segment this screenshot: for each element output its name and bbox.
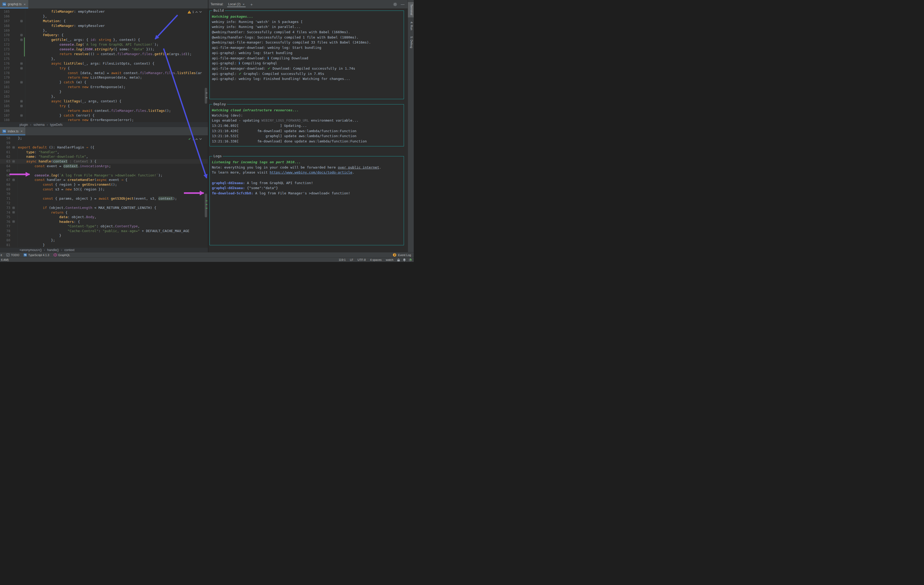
status-item-4-spaces[interactable]: 4 spaces: [370, 258, 381, 261]
line-number[interactable]: 169: [4, 28, 10, 33]
code-line[interactable]: 183 },: [0, 94, 208, 99]
line-number[interactable]: 68: [7, 182, 10, 187]
code-line[interactable]: 63 async handle(context : Context ) {: [0, 159, 208, 164]
chevron-down-icon[interactable]: [199, 11, 202, 13]
fold-marker-icon[interactable]: [12, 221, 15, 223]
toolwindow-button-it[interactable]: it: [0, 254, 2, 257]
toolwindow-button-todo[interactable]: TODO: [7, 253, 20, 257]
tab-index-ts[interactable]: TS index.ts ×: [0, 127, 25, 135]
line-number[interactable]: 62: [7, 154, 10, 159]
line-number[interactable]: 180: [4, 80, 10, 85]
code-line[interactable]: 180 } catch (e) {: [0, 80, 208, 85]
lock-icon[interactable]: [397, 258, 400, 262]
chevron-down-icon[interactable]: [199, 138, 202, 140]
code-line[interactable]: 80 };: [0, 238, 208, 243]
fold-marker-icon[interactable]: [20, 20, 23, 22]
code-line[interactable]: 184 async listTags(_, args, context) {: [0, 99, 208, 104]
inspection-widget-top[interactable]: 1: [186, 10, 203, 14]
stripe-button-5-debug[interactable]: 5: Debug: [408, 34, 414, 50]
line-number[interactable]: 183: [4, 94, 10, 99]
code-line[interactable]: 169 },: [0, 28, 208, 33]
code-line[interactable]: 66 console.log(`A log from File Manager'…: [0, 173, 208, 178]
code-line[interactable]: 173 console.log(JSON.stringify({ some: "…: [0, 47, 208, 52]
code-line[interactable]: 175 },: [0, 56, 208, 61]
line-number[interactable]: 64: [7, 164, 10, 168]
breadcrumb-item[interactable]: schema: [33, 123, 45, 127]
code-line[interactable]: 166 },: [0, 14, 208, 19]
breadcrumb-item[interactable]: handle(): [47, 248, 59, 252]
fold-marker-icon[interactable]: [12, 160, 15, 163]
line-number[interactable]: 81: [7, 243, 10, 247]
line-number[interactable]: 177: [4, 66, 10, 71]
toolwindow-button-typescript-4-1-3[interactable]: TSTypeScript 4.1.3: [23, 253, 50, 257]
close-terminal-tab-icon[interactable]: ×: [243, 2, 244, 7]
status-item-utf-8[interactable]: UTF-8: [358, 258, 366, 261]
fold-marker-icon[interactable]: [12, 179, 15, 181]
code-line[interactable]: 73 if (object.ContentLength < MAX_RETURN…: [0, 206, 208, 210]
code-line[interactable]: 77 "Content-Type": object.ContentType,: [0, 224, 208, 229]
code-line[interactable]: 167 Mutation: {: [0, 19, 208, 23]
code-line[interactable]: 178 const [data, meta] = await context.f…: [0, 71, 208, 76]
code-line[interactable]: 62 name: "handler-download-file",: [0, 154, 208, 159]
code-line[interactable]: 71 const { params, object } = await getS…: [0, 196, 208, 201]
line-number[interactable]: 60: [7, 145, 10, 150]
line-number[interactable]: 184: [4, 99, 10, 104]
line-number[interactable]: 170: [4, 33, 10, 38]
code-line[interactable]: 81 }: [0, 243, 208, 247]
breadcrumb-item[interactable]: typeDefs: [50, 123, 63, 127]
close-tab-icon[interactable]: ×: [24, 2, 26, 7]
line-number[interactable]: 172: [4, 42, 10, 47]
chevron-up-icon[interactable]: [195, 11, 198, 13]
line-number[interactable]: 76: [7, 219, 10, 224]
code-line[interactable]: 67 const handler = createHandler(async e…: [0, 178, 208, 182]
line-number[interactable]: 66: [7, 173, 10, 178]
code-line[interactable]: 168 fileManager: emptyResolver: [0, 23, 208, 28]
line-number[interactable]: 181: [4, 85, 10, 89]
stripe-button-terminal[interactable]: Terminal: [408, 2, 414, 17]
line-number[interactable]: 72: [7, 201, 10, 206]
gear-icon[interactable]: [393, 2, 397, 7]
code-line[interactable]: 74 return {: [0, 210, 208, 215]
line-number[interactable]: 73: [7, 206, 10, 210]
fold-marker-icon[interactable]: [20, 67, 23, 69]
line-number[interactable]: 75: [7, 215, 10, 219]
line-number[interactable]: 182: [4, 89, 10, 94]
close-tab-icon[interactable]: ×: [21, 129, 23, 133]
fold-marker-icon[interactable]: [12, 211, 15, 214]
line-number[interactable]: 187: [4, 113, 10, 118]
line-number[interactable]: 188: [4, 118, 10, 122]
line-number[interactable]: 186: [4, 109, 10, 113]
status-item-119-1[interactable]: 119:1: [338, 258, 346, 261]
line-number[interactable]: 173: [4, 47, 10, 52]
code-line[interactable]: 185 try {: [0, 104, 208, 109]
line-number[interactable]: 167: [4, 19, 10, 23]
chevron-up-icon[interactable]: [195, 138, 198, 140]
line-number[interactable]: 65: [7, 168, 10, 173]
code-line[interactable]: 188 return new ErrorResponse(error);: [0, 118, 208, 122]
background-tasks-icon[interactable]: [409, 259, 412, 261]
line-number[interactable]: 174: [4, 52, 10, 56]
line-number[interactable]: 74: [7, 210, 10, 215]
line-number[interactable]: 171: [4, 38, 10, 42]
editor-graphql[interactable]: 165 fileManager: emptyResolver166 },167 …: [0, 9, 208, 122]
code-line[interactable]: 179 return new ListResponse(data, meta);: [0, 75, 208, 80]
line-number[interactable]: 79: [7, 233, 10, 238]
line-number[interactable]: 78: [7, 229, 10, 233]
fold-marker-icon[interactable]: [20, 105, 23, 107]
code-line[interactable]: 187 } catch (error) {: [0, 113, 208, 118]
line-number[interactable]: 69: [7, 187, 10, 192]
code-line[interactable]: 78 "Cache-Control": "public, max-age=" +…: [0, 229, 208, 233]
code-line[interactable]: 64 const event = context.invocationArgs;: [0, 164, 208, 168]
status-item-lf[interactable]: LF: [350, 258, 353, 261]
line-number[interactable]: 175: [4, 56, 10, 61]
code-line[interactable]: 70: [0, 191, 208, 196]
code-line[interactable]: 68 const { region } = getEnvironment();: [0, 182, 208, 187]
line-number[interactable]: 165: [4, 9, 10, 14]
status-item-watch[interactable]: watch: [386, 258, 393, 261]
code-line[interactable]: 61 type: "handler",: [0, 150, 208, 155]
line-number[interactable]: 58: [7, 136, 10, 140]
stripe-button-4-run[interactable]: 4: Run: [408, 20, 414, 32]
code-line[interactable]: 60export default (): HandlerPlugin ⇒ ({: [0, 145, 208, 150]
line-number[interactable]: 63: [7, 159, 10, 164]
line-number[interactable]: 70: [7, 191, 10, 196]
